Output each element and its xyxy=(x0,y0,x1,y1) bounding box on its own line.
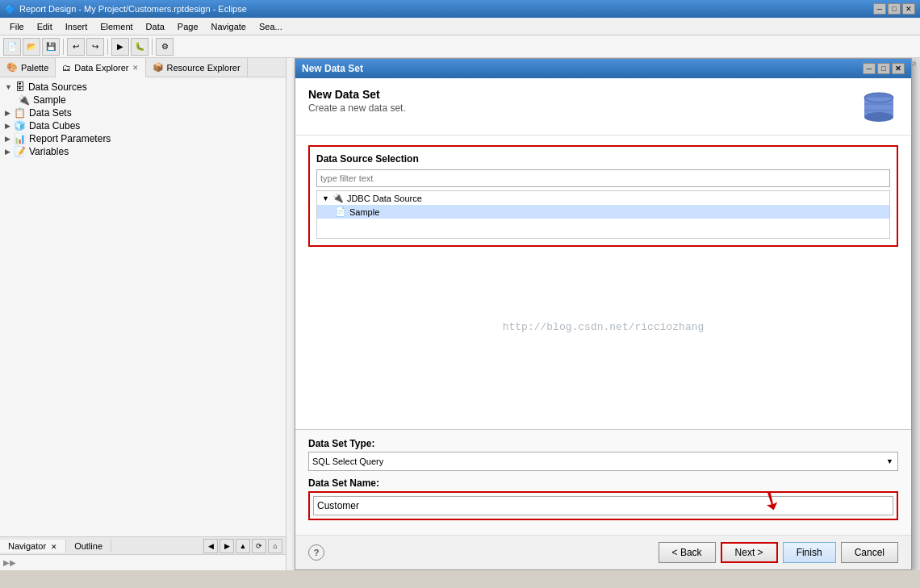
toolbar-debug[interactable]: 🐛 xyxy=(131,38,148,56)
data-sources-folder-icon: 🗄 xyxy=(15,81,25,93)
nav-up-btn[interactable]: ▲ xyxy=(236,539,250,553)
dialog-title-controls[interactable]: ─ □ ✕ xyxy=(863,63,905,74)
bottom-tab-outline[interactable]: Outline xyxy=(66,540,111,553)
jdbc-data-source-item[interactable]: ▼ 🔌 JDBC Data Source xyxy=(317,191,889,205)
eclipse-icon: 🔷 xyxy=(5,4,16,15)
dialog-body: Data Source Selection ▼ 🔌 JDBC Data Sour… xyxy=(295,136,911,429)
finish-button[interactable]: Finish xyxy=(783,542,836,563)
dialog-heading: New Data Set xyxy=(308,88,406,101)
maximize-button[interactable]: □ xyxy=(888,3,901,15)
new-dataset-dialog: New Data Set ─ □ ✕ New Data Set Create a… xyxy=(295,58,912,570)
variables-folder-icon: 📝 xyxy=(14,146,26,157)
menu-search[interactable]: Sea... xyxy=(253,20,289,33)
tree-item-data-sources[interactable]: ▼ 🗄 Data Sources xyxy=(3,81,282,94)
expand-arrow-jdbc: ▼ xyxy=(322,194,329,202)
tab-resource-explorer[interactable]: 📦 Resource Explorer xyxy=(146,58,248,77)
toolbar-settings[interactable]: ⚙ xyxy=(156,38,174,56)
sample-item-icon: 📄 xyxy=(335,206,346,217)
tree-item-data-cubes[interactable]: ▶ 🧊 Data Cubes xyxy=(3,119,282,132)
nav-refresh-btn[interactable]: ⟳ xyxy=(252,539,266,553)
bottom-status: ▶▶ xyxy=(0,554,286,570)
dataset-name-input[interactable] xyxy=(313,496,893,515)
database-icon xyxy=(859,88,898,127)
report-parameters-folder-icon: 📊 xyxy=(14,133,26,144)
toolbar-redo[interactable]: ↪ xyxy=(86,38,104,56)
dialog-title-text: New Data Set xyxy=(302,63,363,74)
toolbar-open[interactable]: 📂 xyxy=(23,38,40,56)
main-layout: 🎨 Palette 🗂 Data Explorer ✕ 📦 Resource E… xyxy=(0,58,920,570)
dataset-type-select-wrapper: SQL Select Query JDBC Data Source xyxy=(308,452,898,471)
data-source-tree: ▼ 🔌 JDBC Data Source 📄 Sample xyxy=(316,190,890,239)
nav-back-btn[interactable]: ◀ xyxy=(203,539,218,553)
filter-text-input[interactable] xyxy=(316,169,890,187)
dialog-footer-section: Data Set Type: SQL Select Query JDBC Dat… xyxy=(295,429,911,535)
nav-home-btn[interactable]: ⌂ xyxy=(268,539,282,553)
menu-insert[interactable]: Insert xyxy=(59,20,94,33)
menu-bar: File Edit Insert Element Data Page Navig… xyxy=(0,18,920,35)
dialog-maximize-btn[interactable]: □ xyxy=(877,63,890,74)
left-panel-tabs: 🎨 Palette 🗂 Data Explorer ✕ 📦 Resource E… xyxy=(0,58,286,77)
window-title-bar: 🔷 Report Design - My Project/Customers.r… xyxy=(0,0,920,18)
next-button[interactable]: Next > xyxy=(721,542,778,563)
toolbar-sep-3 xyxy=(152,39,153,55)
toolbar-sep-2 xyxy=(107,39,108,55)
title-bar-text: 🔷 Report Design - My Project/Customers.r… xyxy=(5,4,247,15)
data-sets-folder-icon: 📋 xyxy=(14,107,26,119)
toolbar-undo[interactable]: ↩ xyxy=(67,38,85,56)
data-source-label: Data Source Selection xyxy=(316,153,890,165)
tab-palette[interactable]: 🎨 Palette xyxy=(0,58,56,77)
back-button[interactable]: < Back xyxy=(659,542,716,563)
menu-data[interactable]: Data xyxy=(140,20,171,33)
watermark-text: http://blog.csdn.net/ricciozhang xyxy=(308,256,898,398)
close-button[interactable]: ✕ xyxy=(902,3,915,15)
left-panel: 🎨 Palette 🗂 Data Explorer ✕ 📦 Resource E… xyxy=(0,58,286,570)
navigator-close-icon[interactable]: ✕ xyxy=(51,543,57,551)
nav-forward-btn[interactable]: ▶ xyxy=(220,539,234,553)
toolbar-sep-1 xyxy=(63,39,64,55)
expand-arrow-data-sources: ▼ xyxy=(5,83,12,91)
dialog-minimize-btn[interactable]: ─ xyxy=(863,63,876,74)
dialog-close-btn[interactable]: ✕ xyxy=(892,63,905,74)
dialog-header-content: New Data Set Create a new data set. xyxy=(308,88,406,114)
tree-item-report-parameters[interactable]: ▶ 📊 Report Parameters xyxy=(3,132,282,145)
dataset-type-select[interactable]: SQL Select Query JDBC Data Source xyxy=(308,452,898,471)
data-explorer-icon: 🗂 xyxy=(62,63,71,73)
menu-file[interactable]: File xyxy=(3,20,31,33)
dialog-title-bar: New Data Set ─ □ ✕ xyxy=(295,59,911,78)
palette-icon: 🎨 xyxy=(6,62,18,73)
tree-item-variables[interactable]: ▶ 📝 Variables xyxy=(3,145,282,158)
dataset-name-row: Data Set Name: xyxy=(308,477,898,520)
svg-point-2 xyxy=(864,112,893,122)
sample-data-source-item[interactable]: 📄 Sample xyxy=(317,205,889,219)
menu-element[interactable]: Element xyxy=(94,20,139,33)
minimize-button[interactable]: ─ xyxy=(873,3,886,15)
menu-navigate[interactable]: Navigate xyxy=(205,20,253,33)
expand-arrow-variables: ▶ xyxy=(5,148,10,156)
tree-item-sample[interactable]: 🔌 Sample xyxy=(16,94,282,106)
jdbc-icon: 🔌 xyxy=(332,193,344,203)
menu-edit[interactable]: Edit xyxy=(31,20,59,33)
expand-arrow-data-cubes: ▶ xyxy=(5,122,10,130)
left-panel-bottom-tabs: Navigator ✕ Outline ◀ ▶ ▲ ⟳ ⌂ xyxy=(0,536,286,554)
bottom-tab-navigator[interactable]: Navigator ✕ xyxy=(0,540,66,553)
right-panel: S New Data Set ─ □ ✕ New Data Set Create… xyxy=(286,58,920,570)
window-controls[interactable]: ─ □ ✕ xyxy=(873,3,915,15)
tree-item-data-sets[interactable]: ▶ 📋 Data Sets xyxy=(3,106,282,119)
help-button[interactable]: ? xyxy=(308,544,324,561)
menu-page[interactable]: Page xyxy=(171,20,205,33)
toolbar-run[interactable]: ▶ xyxy=(111,38,129,56)
toolbar-save[interactable]: 💾 xyxy=(42,38,60,56)
expand-arrow-report-parameters: ▶ xyxy=(5,135,10,143)
sample-icon: 🔌 xyxy=(18,94,30,106)
tab-data-explorer[interactable]: 🗂 Data Explorer ✕ xyxy=(56,58,145,77)
toolbar-new[interactable]: 📄 xyxy=(3,38,21,56)
resource-explorer-icon: 📦 xyxy=(153,62,164,73)
dataset-name-input-box xyxy=(308,491,898,520)
cancel-button[interactable]: Cancel xyxy=(841,542,898,563)
expand-arrow-data-sets: ▶ xyxy=(5,109,10,117)
data-cubes-folder-icon: 🧊 xyxy=(14,120,26,131)
dataset-type-label: Data Set Type: xyxy=(308,438,898,449)
nav-toolbar: ◀ ▶ ▲ ⟳ ⌂ xyxy=(203,539,282,553)
dialog-subtitle: Create a new data set. xyxy=(308,102,406,114)
tab-data-explorer-close[interactable]: ✕ xyxy=(132,64,139,72)
